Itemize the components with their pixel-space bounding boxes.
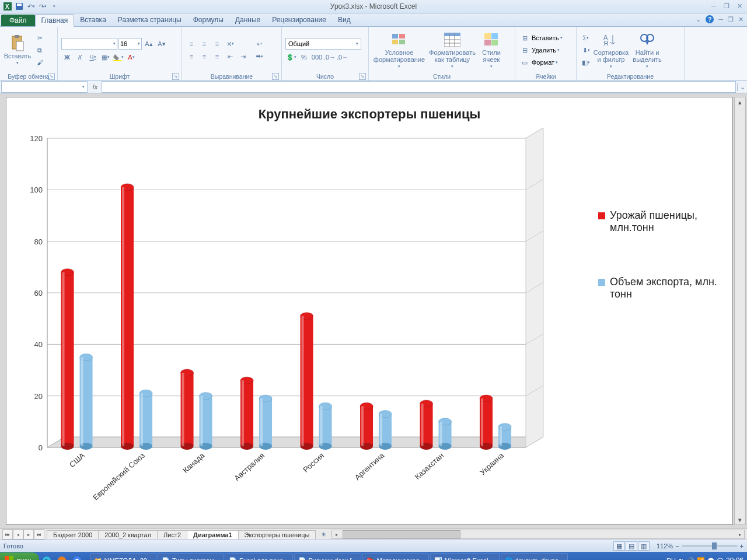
last-sheet-icon[interactable]: ⏭: [34, 529, 44, 540]
taskbar-task[interactable]: 📚Методическое...: [362, 553, 429, 560]
ribbon-tab[interactable]: Данные: [229, 14, 266, 26]
ribbon-tab[interactable]: Вид: [332, 14, 357, 26]
comma-format-icon[interactable]: 000: [311, 52, 323, 62]
paste-button[interactable]: Вставить ▾: [4, 28, 32, 72]
sheet-tab[interactable]: 2000_2 квартал: [98, 530, 158, 539]
increase-font-icon[interactable]: A▴: [143, 38, 155, 49]
wrap-text-icon[interactable]: ↩: [251, 39, 267, 50]
tray-icon[interactable]: ◐: [678, 557, 684, 561]
conditional-formatting-button[interactable]: Условное форматирование▾: [372, 28, 426, 72]
zoom-slider[interactable]: [682, 545, 738, 547]
scroll-right-icon[interactable]: ▸: [736, 532, 744, 537]
vertical-scrollbar[interactable]: ▴ ▾: [734, 97, 746, 525]
insert-cells-button[interactable]: ⊞Вставить▾: [519, 33, 563, 43]
ribbon-tab[interactable]: Вставка: [74, 14, 112, 26]
lang-indicator[interactable]: RU: [666, 557, 676, 560]
indent-increase-icon[interactable]: ⇥: [237, 51, 249, 62]
close-icon[interactable]: ✕: [735, 2, 743, 10]
align-middle-icon[interactable]: ≡: [198, 38, 210, 49]
format-cells-button[interactable]: ▭Формат▾: [519, 57, 563, 68]
scroll-left-icon[interactable]: ◂: [332, 532, 340, 537]
align-right-icon[interactable]: ≡: [211, 51, 223, 62]
normal-view-icon[interactable]: ▦: [613, 541, 625, 551]
orientation-icon[interactable]: ⤭▾: [224, 38, 236, 49]
align-center-icon[interactable]: ≡: [198, 51, 210, 62]
sheet-tab[interactable]: Лист2: [157, 530, 187, 539]
font-size-select[interactable]: 16▾: [118, 38, 142, 50]
tray-icon[interactable]: 📶: [697, 557, 705, 561]
restore-icon[interactable]: ❐: [722, 2, 731, 10]
undo-icon[interactable]: ↶▾: [26, 1, 36, 12]
chrome-icon[interactable]: [71, 554, 83, 560]
window-close-icon[interactable]: ✕: [738, 16, 743, 23]
window-restore-icon[interactable]: ❐: [728, 16, 734, 23]
ribbon-tab[interactable]: Формулы: [187, 14, 229, 26]
new-sheet-icon[interactable]: ✶: [317, 529, 329, 540]
zoom-in-icon[interactable]: +: [740, 542, 743, 550]
fill-icon[interactable]: ⬇▾: [580, 45, 592, 55]
sort-filter-button[interactable]: AЯ Сортировка и фильтр▾: [594, 28, 628, 72]
underline-button[interactable]: Ч▾: [87, 52, 99, 62]
clock[interactable]: 20:06: [726, 556, 743, 560]
tray-icon[interactable]: ◯: [717, 557, 724, 561]
bold-button[interactable]: Ж: [61, 52, 73, 62]
scroll-thumb[interactable]: [343, 530, 460, 538]
dialog-launcher-icon[interactable]: ↘: [359, 73, 366, 80]
format-painter-icon[interactable]: 🖌: [34, 57, 46, 68]
formula-bar-expand-icon[interactable]: ⌄: [737, 83, 747, 91]
dialog-launcher-icon[interactable]: ↘: [272, 73, 279, 80]
taskbar-task[interactable]: 📄Типы диаграм...: [158, 553, 224, 560]
name-box[interactable]: ▾: [1, 81, 88, 93]
scroll-up-icon[interactable]: ▴: [735, 97, 745, 107]
zoom-out-icon[interactable]: −: [675, 542, 679, 550]
window-minimize-icon[interactable]: ─: [718, 16, 723, 23]
font-name-select[interactable]: ▾: [61, 38, 117, 50]
sheet-tab[interactable]: Диаграмма1: [187, 530, 239, 539]
next-sheet-icon[interactable]: ▸: [23, 529, 34, 540]
percent-format-icon[interactable]: %: [298, 52, 310, 62]
clear-icon[interactable]: ◧▾: [580, 57, 592, 68]
copy-icon[interactable]: ⧉: [34, 45, 46, 55]
decrease-decimal-icon[interactable]: .0←: [337, 52, 348, 62]
fx-icon[interactable]: fx: [89, 83, 102, 90]
delete-cells-button[interactable]: ⊟Удалить▾: [519, 45, 563, 55]
indent-decrease-icon[interactable]: ⇤: [224, 51, 236, 62]
accounting-format-icon[interactable]: 💲▾: [285, 52, 297, 62]
italic-button[interactable]: К: [74, 52, 86, 62]
ribbon-tab[interactable]: Разметка страницы: [112, 14, 187, 26]
ribbon-minimize-icon[interactable]: ⌄: [696, 16, 701, 23]
fill-color-icon[interactable]: ▾: [113, 52, 124, 62]
taskbar-task[interactable]: 📊Microsoft Excel ...: [430, 553, 500, 560]
taskbar-task[interactable]: 📁I:\МЕТОДА_20...: [90, 553, 157, 560]
tray-icon[interactable]: 🔊: [686, 557, 694, 561]
dialog-launcher-icon[interactable]: ↘: [172, 73, 179, 80]
formula-input[interactable]: [102, 81, 736, 93]
increase-decimal-icon[interactable]: .0→: [324, 52, 336, 62]
font-color-icon[interactable]: A▾: [125, 52, 137, 62]
sheet-tab[interactable]: Экспортеры пшеницы: [238, 530, 316, 539]
align-bottom-icon[interactable]: ≡: [211, 38, 223, 49]
taskbar-task[interactable]: 📄Excel для печа...: [225, 553, 293, 560]
help-icon[interactable]: ?: [706, 15, 714, 23]
scroll-down-icon[interactable]: ▾: [735, 515, 745, 524]
decrease-font-icon[interactable]: A▾: [156, 38, 167, 49]
tray-icon[interactable]: ⬤: [707, 557, 714, 561]
first-sheet-icon[interactable]: ⏮: [2, 529, 13, 540]
redo-icon[interactable]: ↷▾: [37, 1, 48, 12]
ribbon-tab[interactable]: Главная: [35, 14, 75, 27]
cell-styles-button[interactable]: Стили ячеек▾: [479, 28, 504, 72]
page-break-view-icon[interactable]: ▥: [638, 541, 650, 551]
borders-icon[interactable]: ▦▾: [100, 52, 111, 62]
save-icon[interactable]: [14, 1, 25, 12]
align-top-icon[interactable]: ≡: [186, 38, 197, 49]
minimize-icon[interactable]: ─: [710, 2, 718, 10]
file-tab[interactable]: Файл: [1, 15, 35, 26]
ribbon-tab[interactable]: Рецензирование: [266, 14, 332, 26]
qat-customize-icon[interactable]: ▾: [49, 1, 60, 12]
taskbar-task[interactable]: 🌐davnym_davno...: [501, 553, 568, 560]
merge-center-icon[interactable]: ⬌▾: [251, 51, 267, 62]
number-format-select[interactable]: Общий▾: [285, 38, 361, 50]
ie-icon[interactable]: e: [40, 554, 53, 560]
cut-icon[interactable]: ✂: [34, 33, 46, 43]
taskbar-task[interactable]: 📄Рисунки.docx [...: [294, 553, 361, 560]
